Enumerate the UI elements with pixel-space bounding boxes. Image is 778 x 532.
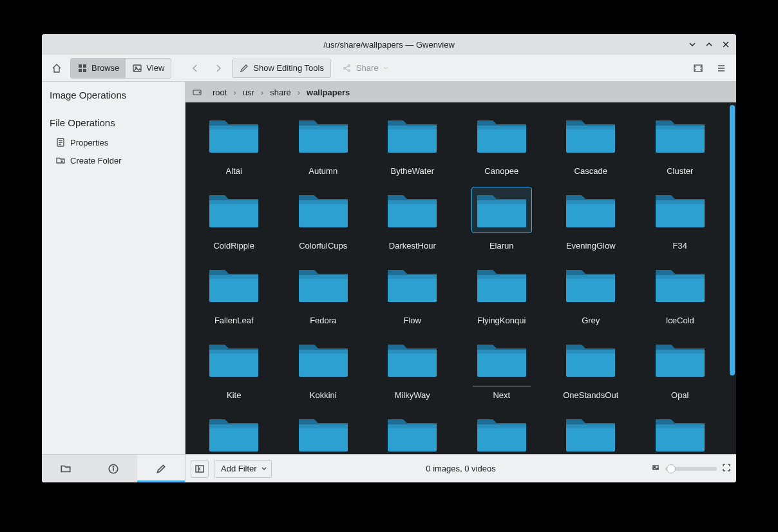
share-button: Share: [335, 59, 396, 78]
folder-item[interactable]: Altai: [189, 109, 279, 178]
folder-item[interactable]: Shell: [546, 408, 636, 454]
svg-rect-43: [299, 200, 348, 204]
folder-item[interactable]: Kokkini: [279, 333, 368, 403]
svg-rect-73: [566, 350, 615, 354]
svg-rect-82: [477, 424, 526, 451]
folder-item[interactable]: Patak: [279, 408, 368, 454]
close-button[interactable]: [718, 37, 734, 52]
folder-item[interactable]: ColdRipple: [189, 184, 279, 253]
maximize-button[interactable]: [701, 37, 717, 52]
add-filter-button[interactable]: Add Filter: [214, 460, 272, 478]
show-editing-tools-button[interactable]: Show Editing Tools: [232, 59, 331, 78]
folder-icon: [650, 113, 710, 158]
sidebar-section-image-ops: Image Operations: [42, 82, 185, 106]
folder-item[interactable]: Pastel: [368, 408, 457, 454]
folder-item[interactable]: Elarun: [457, 184, 547, 253]
fullscreen-button[interactable]: [688, 59, 708, 78]
folder-item[interactable]: Kite: [189, 333, 279, 403]
folder-item[interactable]: Next: [457, 333, 547, 403]
breadcrumb-seg-share[interactable]: share: [266, 86, 295, 99]
svg-rect-44: [388, 200, 437, 227]
statusbar-row: Add Filter 0 images, 0 videos: [185, 454, 736, 482]
svg-rect-84: [566, 424, 615, 451]
folder-item[interactable]: OneStandsOut: [546, 333, 636, 403]
folder-item[interactable]: Grey: [546, 258, 636, 328]
folder-icon: [60, 463, 71, 475]
scrollbar-thumb[interactable]: [730, 105, 735, 375]
thumb-large-button[interactable]: [722, 463, 731, 474]
statusbar: Add Filter 0 images, 0 videos: [185, 454, 736, 482]
breadcrumb-seg-usr[interactable]: usr: [239, 86, 258, 99]
breadcrumb-seg-root[interactable]: root: [209, 86, 231, 99]
svg-rect-66: [299, 350, 348, 377]
folder-icon: [561, 113, 620, 158]
svg-rect-68: [388, 350, 437, 377]
folder-item[interactable]: IceCold: [636, 258, 725, 328]
svg-rect-50: [656, 200, 705, 227]
folder-item[interactable]: Cluster: [636, 109, 725, 178]
svg-rect-36: [566, 126, 615, 153]
browse-mode-button[interactable]: Browse: [71, 59, 126, 78]
hamburger-menu-button[interactable]: [712, 59, 731, 78]
sidebar-item-create-folder[interactable]: Create Folder: [44, 151, 182, 169]
folder-item[interactable]: Cascade: [546, 109, 636, 178]
folder-icon: [472, 113, 531, 158]
folder-item[interactable]: Summer: [636, 408, 725, 454]
home-button[interactable]: [47, 59, 66, 78]
window-title: /usr/share/wallpapers — Gwenview: [323, 40, 455, 50]
sidebar-tab-info[interactable]: [90, 455, 137, 482]
folder-item[interactable]: Autumn: [279, 109, 368, 178]
folder-label: Kokkini: [310, 390, 337, 400]
slider-knob[interactable]: [667, 464, 676, 473]
view-mode-button[interactable]: View: [126, 59, 171, 78]
folder-item[interactable]: F34: [636, 184, 725, 253]
folder-item[interactable]: FallenLeaf: [189, 258, 279, 328]
chevron-up-icon: [705, 41, 713, 48]
chevron-down-icon: [383, 65, 389, 71]
folder-label: IceCold: [666, 316, 694, 325]
folder-label: EveningGlow: [566, 241, 616, 251]
breadcrumb-seg-wallpapers[interactable]: wallpapers: [303, 86, 354, 99]
sidebar-tab-operations[interactable]: [137, 455, 185, 482]
svg-line-11: [345, 66, 348, 67]
folder-grid-viewport: Altai Autumn BytheWater Canopee Cascade …: [185, 102, 736, 454]
share-label: Share: [356, 63, 379, 73]
folder-item[interactable]: ColorfulCups: [279, 184, 368, 253]
pencil-icon: [239, 63, 249, 73]
thumbnail-zoom-slider[interactable]: [665, 467, 717, 471]
view-mode-label: View: [146, 63, 164, 73]
folder-item[interactable]: DarkestHour: [368, 184, 457, 253]
toggle-sidebar-button[interactable]: [191, 460, 209, 478]
folder-icon: [472, 412, 531, 454]
folder-item[interactable]: FlyingKonqui: [457, 258, 547, 328]
folder-item[interactable]: EveningGlow: [546, 184, 636, 253]
hard-disk-icon: [192, 87, 202, 97]
device-icon[interactable]: [191, 86, 204, 99]
folder-item[interactable]: Safe: [457, 408, 547, 454]
svg-rect-53: [209, 275, 258, 279]
sidebar-tab-folders[interactable]: [42, 455, 90, 482]
sidebar-section-file-ops: File Operations: [42, 106, 185, 133]
svg-point-10: [348, 70, 350, 71]
chevron-left-icon: [190, 63, 200, 73]
folder-icon: [294, 262, 353, 307]
image-icon: [132, 63, 142, 73]
folder-item[interactable]: Fedora: [279, 258, 368, 328]
folder-label: Autumn: [308, 166, 337, 176]
thumb-small-button[interactable]: [651, 463, 660, 474]
svg-rect-79: [299, 424, 348, 428]
folder-item[interactable]: MilkyWay: [368, 333, 457, 403]
folder-item[interactable]: Path: [189, 408, 279, 454]
folder-item[interactable]: Canopee: [457, 109, 547, 178]
sidebar-item-properties[interactable]: Properties: [44, 133, 182, 151]
folder-grid[interactable]: Altai Autumn BytheWater Canopee Cascade …: [185, 102, 728, 454]
folder-item[interactable]: Opal: [636, 333, 725, 403]
svg-rect-78: [299, 424, 348, 451]
folder-icon: [561, 337, 620, 382]
minimize-button[interactable]: [685, 37, 700, 52]
svg-rect-65: [209, 350, 258, 354]
svg-rect-54: [299, 275, 348, 302]
vertical-scrollbar[interactable]: [730, 105, 735, 451]
folder-item[interactable]: BytheWater: [368, 109, 457, 178]
folder-item[interactable]: Flow: [368, 258, 457, 328]
